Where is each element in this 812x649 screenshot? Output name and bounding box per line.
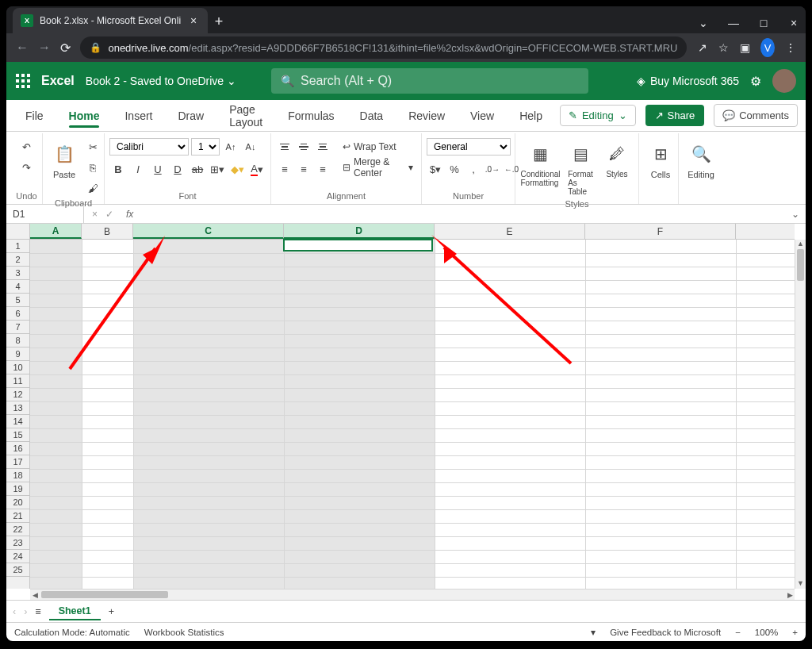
active-cell[interactable] <box>283 239 433 252</box>
row-header[interactable]: 21 <box>6 509 29 523</box>
tab-page-layout[interactable]: Page Layout <box>218 100 274 131</box>
row-header[interactable]: 1 <box>6 240 29 253</box>
decrease-font-button[interactable]: A↓ <box>242 138 259 156</box>
extension-icon[interactable]: ▣ <box>739 41 751 54</box>
browser-tab[interactable]: X Book 2.xlsx - Microsoft Excel Onli × <box>13 8 208 33</box>
align-left-button[interactable]: ≡ <box>276 160 293 178</box>
scroll-thumb[interactable] <box>797 249 804 281</box>
window-minimize-icon[interactable]: — <box>728 17 739 29</box>
sheet-next-icon[interactable]: › <box>24 606 27 617</box>
buy-microsoft-365[interactable]: ◈Buy Microsoft 365 <box>637 75 739 87</box>
align-right-button[interactable]: ≡ <box>314 160 331 178</box>
sheet-tab[interactable]: Sheet1 <box>49 603 101 620</box>
row-header[interactable]: 16 <box>6 442 29 455</box>
horizontal-scrollbar[interactable]: ◀ ▶ <box>30 589 795 600</box>
comments-button[interactable]: 💬Comments <box>714 104 798 127</box>
tab-review[interactable]: Review <box>397 100 456 131</box>
row-header[interactable]: 13 <box>6 401 29 415</box>
cell-styles-button[interactable]: 🖉Styles <box>600 138 634 180</box>
tab-formulas[interactable]: Formulas <box>277 100 345 131</box>
column-header[interactable]: A <box>30 224 82 239</box>
scroll-thumb[interactable] <box>41 591 168 598</box>
tab-close-icon[interactable]: × <box>187 14 200 27</box>
underline-button[interactable]: U <box>149 160 167 178</box>
currency-button[interactable]: $▾ <box>427 160 444 178</box>
workbook-stats[interactable]: Workbook Statistics <box>144 628 224 637</box>
strikethrough-button[interactable]: ab <box>189 160 206 178</box>
format-painter-button[interactable]: 🖌 <box>84 179 102 197</box>
undo-button[interactable]: ↶ <box>18 138 36 156</box>
tab-help[interactable]: Help <box>508 100 553 131</box>
row-header[interactable]: 4 <box>6 280 29 294</box>
comma-button[interactable]: , <box>465 160 482 178</box>
gear-icon[interactable]: ⚙ <box>750 74 761 89</box>
fx-icon[interactable]: fx <box>121 209 138 220</box>
italic-button[interactable]: I <box>129 160 147 178</box>
cells-button[interactable]: ⊞Cells <box>644 138 677 181</box>
row-header[interactable]: 3 <box>6 267 29 280</box>
format-as-table-button[interactable]: ▤Format As Table <box>564 138 597 198</box>
app-launcher-icon[interactable] <box>16 74 30 88</box>
chevron-down-icon[interactable]: ⌄ <box>698 17 709 29</box>
accept-formula-icon[interactable]: ✓ <box>105 209 113 220</box>
row-header[interactable]: 7 <box>6 321 29 334</box>
name-box[interactable]: D1 <box>6 205 84 223</box>
expand-formula-icon[interactable]: ⌄ <box>791 209 799 220</box>
forward-button[interactable]: → <box>38 40 51 55</box>
scroll-left-icon[interactable]: ◀ <box>30 589 40 600</box>
row-header[interactable]: 15 <box>6 428 29 442</box>
copy-button[interactable]: ⎘ <box>84 159 102 176</box>
row-header[interactable]: 5 <box>6 294 29 307</box>
scroll-up-icon[interactable]: ▲ <box>795 240 806 249</box>
column-header[interactable]: D <box>284 224 435 239</box>
bold-button[interactable]: B <box>109 160 127 178</box>
customize-status-icon[interactable]: ▾ <box>591 627 596 638</box>
row-header[interactable]: 19 <box>6 482 29 496</box>
fill-color-button[interactable]: ◆▾ <box>228 160 246 178</box>
column-header[interactable]: C <box>133 224 284 239</box>
row-header[interactable]: 22 <box>6 523 29 536</box>
menu-icon[interactable]: ⋮ <box>784 41 796 54</box>
editing-mode-button[interactable]: ✎Editing⌄ <box>560 105 636 126</box>
select-all-corner[interactable] <box>6 224 30 240</box>
row-header[interactable]: 20 <box>6 496 29 509</box>
borders-button[interactable]: ⊞▾ <box>209 160 226 178</box>
profile-avatar[interactable]: V <box>760 38 775 57</box>
row-header[interactable]: 11 <box>6 374 29 388</box>
tab-home[interactable]: Home <box>58 100 111 131</box>
merge-center-button[interactable]: ⊟Merge & Center▾ <box>339 159 416 176</box>
align-bottom-button[interactable] <box>314 138 331 156</box>
font-name-select[interactable]: Calibri <box>109 138 189 156</box>
row-header[interactable]: 24 <box>6 550 29 563</box>
zoom-in-button[interactable]: + <box>792 628 798 637</box>
all-sheets-icon[interactable]: ≡ <box>35 606 40 617</box>
column-header[interactable]: E <box>435 224 585 239</box>
align-middle-button[interactable] <box>295 138 312 156</box>
vertical-scrollbar[interactable]: ▲ ▼ <box>795 240 806 589</box>
tab-view[interactable]: View <box>459 100 505 131</box>
search-input[interactable]: 🔍 Search (Alt + Q) <box>271 68 588 94</box>
window-close-icon[interactable]: × <box>788 17 799 29</box>
reload-button[interactable]: ⟳ <box>60 40 71 55</box>
zoom-out-button[interactable]: − <box>735 628 741 637</box>
row-header[interactable]: 14 <box>6 415 29 428</box>
row-header[interactable]: 17 <box>6 455 29 469</box>
window-maximize-icon[interactable]: □ <box>758 17 769 29</box>
row-header[interactable]: 23 <box>6 536 29 550</box>
url-box[interactable]: 🔒 onedrive.live.com/edit.aspx?resid=A9DD… <box>80 36 687 59</box>
tab-file[interactable]: File <box>14 100 55 131</box>
column-header[interactable]: F <box>585 224 736 239</box>
feedback-link[interactable]: Give Feedback to Microsoft <box>610 628 721 637</box>
row-header[interactable]: 6 <box>6 307 29 321</box>
row-header[interactable]: 9 <box>6 348 29 361</box>
sheet-prev-icon[interactable]: ‹ <box>13 606 16 617</box>
number-format-select[interactable]: General <box>427 138 511 156</box>
back-button[interactable]: ← <box>16 40 29 55</box>
cut-button[interactable]: ✂ <box>84 138 102 156</box>
new-tab-button[interactable]: + <box>208 13 230 33</box>
row-header[interactable]: 12 <box>6 388 29 401</box>
align-center-button[interactable]: ≡ <box>295 160 312 178</box>
row-header[interactable]: 10 <box>6 361 29 374</box>
scroll-right-icon[interactable]: ▶ <box>785 589 795 600</box>
font-size-select[interactable]: 11 <box>191 138 220 156</box>
